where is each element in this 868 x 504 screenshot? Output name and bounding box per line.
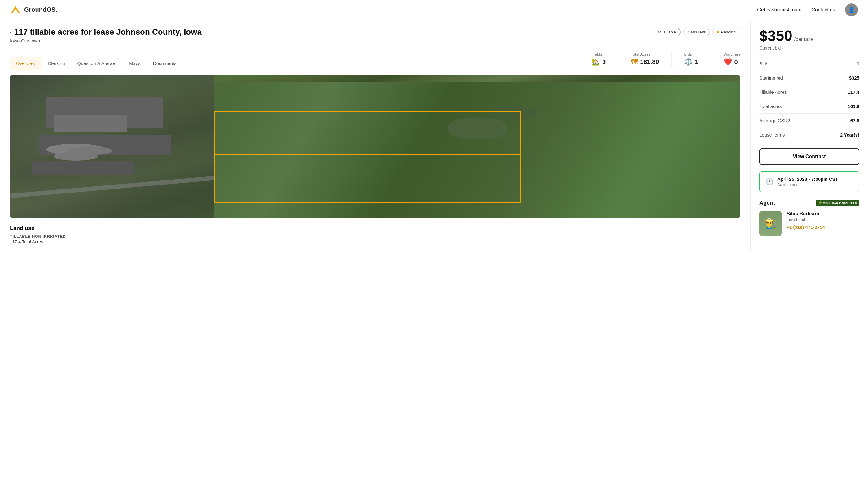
auction-box: 🕐 April 25, 2023 - 7:00pm CST Auction en… (759, 171, 859, 192)
tab-question-answer[interactable]: Question & Answer (71, 57, 123, 70)
bid-row-label: Total acres (759, 99, 821, 114)
agent-header: Agent 🌳 MOSS OAK PROPERTIES (759, 200, 859, 206)
agent-company-badge: 🌳 MOSS OAK PROPERTIES (816, 200, 859, 206)
bid-detail-row: Average CSR267.6 (759, 114, 859, 128)
land-use-acres: 117.4 Total Acres (10, 239, 740, 244)
page-title: 117 tillable acres for lease Johnson Cou… (14, 27, 202, 37)
land-use-title: Land use (10, 225, 740, 232)
badge-pending-label: Pending (721, 30, 736, 34)
bid-row-value: 1 (821, 57, 859, 71)
badge-tillable-label: Tillable (663, 30, 676, 34)
bids-icon: ⚖️ (684, 58, 692, 66)
logo-text: GroundOS. (24, 6, 57, 13)
stats-divider-3 (711, 52, 711, 67)
bid-row-label: Tillable Acres (759, 85, 821, 99)
nav-contact[interactable]: Contact us (812, 7, 835, 13)
page-subtitle: Iowa City Iowa (10, 38, 740, 43)
bid-detail-row: Tillable Acres117.4 (759, 85, 859, 99)
groundos-logo-icon (10, 4, 21, 15)
pending-dot (717, 31, 719, 33)
badge-tillable: Tillable (653, 28, 681, 36)
back-button[interactable]: ‹ (10, 29, 12, 35)
right-panel: $350 /per acre Current bid Bids1Starting… (750, 20, 868, 252)
bid-row-value: 67.6 (821, 114, 859, 128)
main-container: ‹ 117 tillable acres for lease Johnson C… (0, 20, 868, 252)
map-container (10, 75, 740, 218)
agent-details: Silas Berkson Iowa Land +1 (319) 471-275… (786, 211, 825, 230)
per-acre-label: /per acre (794, 36, 814, 42)
bid-row-value: 161.8 (821, 99, 859, 114)
stat-total-acres: Total Acres 🗺 161.80 (631, 52, 659, 67)
svg-rect-4 (658, 33, 661, 33)
bid-row-label: Lease terms (759, 128, 821, 142)
back-row: ‹ 117 tillable acres for lease Johnson C… (10, 27, 740, 37)
nav-cashrent[interactable]: Get cashrentstimate (757, 7, 802, 13)
tillable-icon (657, 30, 662, 34)
fields-icon: 🏡 (591, 58, 600, 66)
bid-row-value: 2 Year(s) (821, 128, 859, 142)
agent-region: Iowa Land (786, 217, 825, 222)
agent-info: 👨‍🌾 Silas Berkson Iowa Land +1 (319) 471… (759, 211, 859, 236)
map-aerial (10, 75, 740, 218)
agent-name: Silas Berkson (786, 211, 825, 217)
agent-avatar: 👨‍🌾 (759, 211, 782, 236)
tabs-row: Overview Clerking Question & Answer Maps… (10, 57, 183, 70)
bid-detail-row: Lease terms2 Year(s) (759, 128, 859, 142)
svg-point-2 (12, 10, 14, 12)
user-avatar[interactable]: 👤 (845, 3, 858, 17)
stats-divider-2 (671, 52, 672, 67)
badge-cash-rent-label: Cash rent (688, 30, 705, 34)
tab-maps[interactable]: Maps (123, 57, 147, 70)
bid-details-table: Bids1Starting bid$325Tillable Acres117.4… (759, 57, 859, 142)
agent-company-logo: 🌳 MOSS OAK PROPERTIES (816, 200, 859, 206)
bid-detail-row: Starting bid$325 (759, 71, 859, 85)
view-contract-button[interactable]: View Contract (759, 148, 859, 165)
left-panel: ‹ 117 tillable acres for lease Johnson C… (0, 20, 750, 252)
field-outline (214, 111, 521, 203)
agent-phone[interactable]: +1 (319) 471-2754 (786, 224, 825, 230)
bid-row-label: Starting bid (759, 71, 821, 85)
auction-date: April 25, 2023 - 7:00pm CST (777, 177, 838, 182)
bid-detail-row: Total acres161.8 (759, 99, 859, 114)
bid-row-label: Average CSR2 (759, 114, 821, 128)
watchers-icon: ❤️ (724, 58, 732, 66)
logo[interactable]: GroundOS. (10, 4, 57, 15)
header: GroundOS. Get cashrentstimate Contact us… (0, 0, 868, 20)
bid-row-value: 117.4 (821, 85, 859, 99)
agent-section: Agent 🌳 MOSS OAK PROPERTIES 👨‍🌾 Silas Be… (759, 200, 859, 236)
badge-cash-rent: Cash rent (683, 28, 710, 36)
stat-fields: Fields 🏡 3 (591, 52, 606, 67)
svg-point-3 (17, 10, 19, 12)
acres-icon: 🗺 (631, 58, 638, 66)
bid-row-value: $325 (821, 71, 859, 85)
tab-clerking[interactable]: Clerking (42, 57, 71, 70)
field-outline-inner (215, 112, 520, 155)
auction-ends-label: Auction ends (777, 182, 838, 187)
badge-pending: Pending (712, 28, 740, 36)
agent-title: Agent (759, 200, 775, 206)
stat-bids: Bids ⚖️ 1 (684, 52, 698, 67)
bid-row-label: Bids (759, 57, 821, 71)
auction-clock-icon: 🕐 (766, 178, 774, 186)
bid-price: $350 /per acre (759, 27, 859, 44)
stats-row: Fields 🏡 3 Total Acres 🗺 161.80 (591, 52, 740, 67)
stats-divider-1 (618, 52, 618, 67)
bid-detail-row: Bids1 (759, 57, 859, 71)
tab-documents[interactable]: Documents (147, 57, 183, 70)
land-use-label: TILLABLE NON IRRIGATED (10, 234, 740, 239)
svg-point-1 (14, 6, 17, 8)
auction-info: April 25, 2023 - 7:00pm CST Auction ends (777, 177, 838, 187)
stat-watchers: Watchers ❤️ 0 (724, 52, 740, 67)
tab-overview[interactable]: Overview (10, 57, 42, 70)
header-nav: Get cashrentstimate Contact us 👤 (757, 3, 858, 17)
land-use-section: Land use TILLABLE NON IRRIGATED 117.4 To… (10, 225, 740, 244)
current-bid-label: Current bid (759, 45, 859, 51)
